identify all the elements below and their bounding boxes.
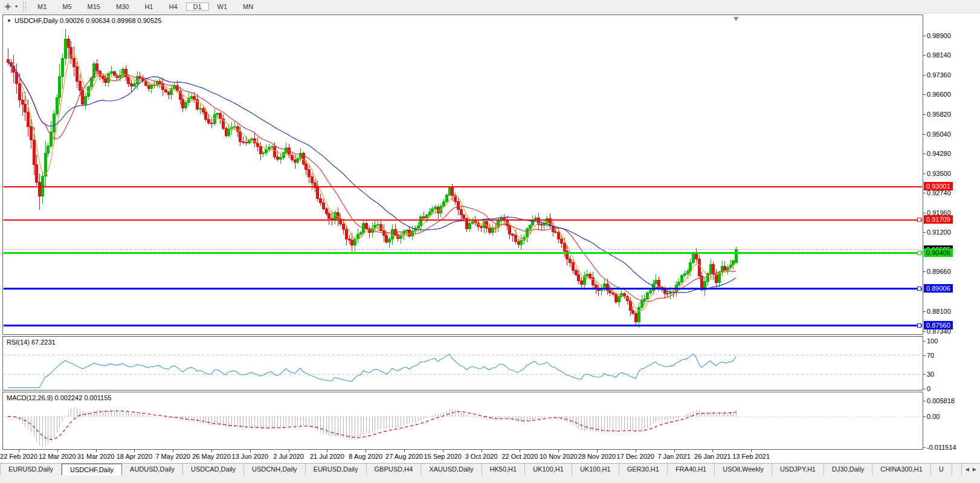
price-tick-label: 0.88100	[927, 308, 951, 316]
timeframe-button-m1[interactable]: M1	[30, 2, 54, 11]
date-label: 22 Oct 2020	[501, 453, 538, 460]
timeframe-button-mn[interactable]: MN	[236, 2, 260, 11]
timeframe-button-m5[interactable]: M5	[55, 2, 79, 11]
date-axis[interactable]: 22 Feb 202012 Mar 202031 Mar 202018 Apr …	[2, 450, 923, 462]
date-label: 7 May 2020	[155, 453, 190, 460]
price-tick-label: 0.95040	[927, 131, 951, 138]
chart-tab-usdchf-daily[interactable]: USDCHF,Daily	[62, 464, 122, 475]
toolbar-grip	[23, 2, 26, 11]
date-tick	[173, 450, 173, 452]
chart-tab-eurusd-daily[interactable]: EURUSD,Daily	[306, 464, 367, 475]
date-label: 26 May 2020	[192, 453, 231, 460]
chart-title-text: USDCHF,Daily 0.90026 0.90634 0.89968 0.9…	[15, 17, 161, 24]
chart-tab-dj30-daily[interactable]: DJ30,Daily	[824, 464, 872, 475]
rsi-chart	[3, 337, 923, 390]
chart-tab-audusd-daily[interactable]: AUDUSD,Daily	[122, 464, 183, 475]
macd-axis: 0.0058180.00-0.011514	[923, 392, 980, 450]
date-label: 21 Jul 2020	[310, 453, 344, 460]
chart-tab-usoil-weekly[interactable]: USOil,Weekly	[715, 464, 772, 475]
date-tick	[404, 450, 405, 452]
macd-tick-label: 0.005818	[927, 397, 955, 405]
rsi-tick-label: 70	[927, 352, 934, 360]
tab-scroll-left-icon[interactable]: ◀	[965, 467, 969, 472]
crosshair-tool-icon[interactable]	[2, 1, 13, 12]
date-label: 28 Nov 2020	[578, 453, 616, 460]
chevron-down-icon[interactable]: ▾	[13, 4, 19, 9]
date-tick	[250, 450, 251, 452]
date-tick	[520, 450, 520, 452]
rsi-panel[interactable]: RSI(14) 67.2231	[2, 336, 923, 391]
chart-tab-uk100-h1[interactable]: UK100,H1	[525, 464, 572, 475]
date-label: 8 Aug 2020	[349, 453, 382, 460]
date-label: 2 Jul 2020	[273, 453, 304, 460]
timeframe-button-m15[interactable]: M15	[80, 2, 108, 11]
macd-label: MACD(12,26,9) 0.002242 0.001155	[7, 394, 111, 401]
chart-tab-gbpusd-h4[interactable]: GBPUSD,H4	[367, 464, 422, 475]
rsi-tick-label: 100	[927, 337, 938, 345]
price-line-tag: 0.91709	[924, 215, 953, 224]
date-label: 26 Jan 2021	[694, 453, 731, 460]
date-tick	[366, 450, 366, 452]
price-tick-label: 0.95820	[927, 111, 951, 118]
chart-tab-ger30-h1[interactable]: GER30,H1	[619, 464, 668, 475]
price-tick-label: 0.93500	[927, 170, 951, 178]
date-label: 22 Feb 2020	[0, 453, 37, 460]
rsi-label: RSI(14) 67.2231	[7, 339, 56, 346]
date-tick	[327, 450, 327, 452]
macd-tick-label: 0.00	[927, 413, 940, 421]
chart-tab-china300-h1[interactable]: CHINA300,H1	[872, 464, 931, 475]
candlestick-chart[interactable]	[3, 15, 923, 334]
timeframe-button-h4[interactable]: H4	[161, 2, 184, 11]
price-line-tag: 0.90406	[924, 248, 953, 257]
timeframe-toolbar: ▾ M1M5M15M30H1H4D1W1MN	[0, 0, 980, 13]
date-tick	[443, 450, 443, 452]
price-tick-label: 0.91200	[927, 229, 951, 236]
date-label: 18 Apr 2020	[117, 453, 152, 460]
date-tick	[19, 450, 19, 452]
date-tick	[57, 450, 58, 452]
date-label: 15 Sep 2020	[424, 453, 462, 460]
main-chart-panel[interactable]: ▼ USDCHF,Daily 0.90026 0.90634 0.89968 0…	[2, 15, 923, 335]
chart-tab-fra40-h1[interactable]: FRA40,H1	[668, 464, 715, 475]
tab-scroll-right-icon[interactable]: ▶	[973, 467, 976, 472]
date-label: 13 Feb 2021	[732, 453, 770, 460]
chart-tab-uk100-h1[interactable]: UK100,H1	[572, 464, 619, 475]
timeframe-button-w1[interactable]: W1	[210, 2, 235, 11]
timeframe-button-d1[interactable]: D1	[186, 2, 209, 11]
chart-collapse-icon[interactable]: ▼	[7, 18, 11, 24]
timeframe-button-h1[interactable]: H1	[137, 2, 160, 11]
chart-tabs: EURUSD,DailyUSDCHF,DailyAUDUSD,DailyUSDC…	[0, 464, 952, 475]
chart-tab-xauusd-daily[interactable]: XAUUSD,Daily	[421, 464, 482, 475]
macd-tick-label: -0.011514	[927, 444, 956, 452]
date-tick	[134, 450, 135, 452]
chart-tab-hk50-h1[interactable]: HK50,H1	[482, 464, 526, 475]
tab-scroll-controls: ◀ ▶	[961, 464, 980, 475]
price-tick-label: 0.94280	[927, 150, 951, 158]
price-axis[interactable]: 0.989000.981400.973600.966000.958200.950…	[923, 15, 980, 335]
date-label: 17 Dec 2020	[617, 453, 654, 460]
date-tick	[211, 450, 212, 452]
timeframe-button-m30[interactable]: M30	[109, 2, 136, 11]
status-strip	[0, 475, 980, 483]
timeframe-buttons: M1M5M15M30H1H4D1W1MN	[30, 1, 261, 12]
date-label: 27 Aug 2020	[385, 453, 423, 460]
chart-tab-usdcad-daily[interactable]: USDCAD,Daily	[183, 464, 244, 475]
chart-tab-usdcnh-daily[interactable]: USDCNH,Daily	[244, 464, 306, 475]
date-label: 3 Oct 2020	[465, 453, 498, 460]
rsi-axis: 10070300	[923, 336, 980, 391]
date-label: 12 Mar 2020	[39, 453, 76, 460]
macd-panel[interactable]: MACD(12,26,9) 0.002242 0.001155	[2, 392, 923, 450]
chart-title: ▼ USDCHF,Daily 0.90026 0.90634 0.89968 0…	[7, 17, 161, 24]
date-label: 31 Mar 2020	[77, 453, 115, 460]
chart-tab-bar: EURUSD,DailyUSDCHF,DailyAUDUSD,DailyUSDC…	[0, 463, 980, 475]
chart-tab-eurusd-daily[interactable]: EURUSD,Daily	[0, 464, 62, 475]
chart-tab-u[interactable]: U	[931, 464, 952, 475]
date-label: 10 Nov 2020	[540, 453, 577, 460]
date-tick	[597, 450, 598, 452]
date-tick	[674, 450, 675, 452]
chart-tab-usdjpy-h1[interactable]: USDJPY,H1	[772, 464, 824, 475]
rsi-tick-label: 30	[927, 371, 934, 378]
date-tick	[289, 450, 289, 452]
price-line-tag: 0.89006	[924, 284, 953, 293]
date-tick	[482, 450, 482, 452]
